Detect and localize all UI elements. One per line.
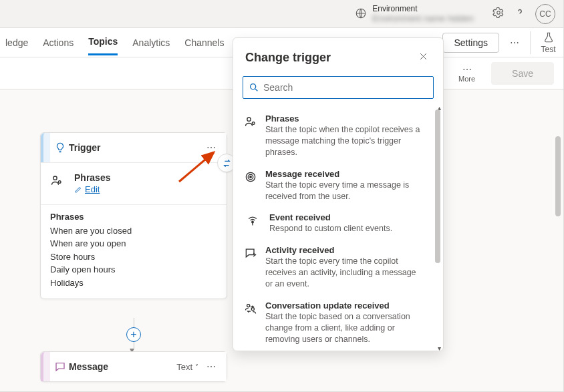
environment-name: Environment name hidden bbox=[372, 13, 474, 24]
svg-point-4 bbox=[251, 84, 256, 89]
trigger-option-event-received[interactable]: Event receivedRespond to custom client e… bbox=[237, 207, 439, 240]
scroll-down-arrow[interactable]: ▾ bbox=[438, 345, 441, 351]
panel-scrollbar[interactable] bbox=[435, 110, 440, 347]
svg-point-5 bbox=[247, 118, 251, 121]
trigger-option-phrases[interactable]: PhrasesStart the topic when the copilot … bbox=[237, 108, 439, 164]
svg-point-2 bbox=[53, 176, 57, 180]
phrase-line: Store hours bbox=[50, 250, 217, 264]
message-node-title: Message bbox=[69, 361, 176, 372]
message-node-header[interactable]: Message Text ˅ ⋯ bbox=[41, 352, 227, 381]
nav-tab-ledge[interactable]: ledge bbox=[5, 31, 28, 55]
option-title: Phrases bbox=[265, 114, 426, 124]
connector-line bbox=[134, 318, 134, 327]
svg-point-1 bbox=[497, 11, 501, 14]
trigger-option-activity-received[interactable]: Activity receivedStart the topic every t… bbox=[237, 240, 439, 295]
trigger-node-header[interactable]: Trigger ⋯ bbox=[41, 133, 227, 162]
chevron-down-icon: ˅ bbox=[195, 363, 198, 371]
svg-point-9 bbox=[250, 176, 252, 178]
settings-gear-button[interactable] bbox=[492, 7, 505, 21]
person-phrase-icon bbox=[50, 172, 66, 196]
nav-tab-channels[interactable]: Channels bbox=[184, 31, 224, 55]
message-node[interactable]: Message Text ˅ ⋯ bbox=[40, 351, 227, 382]
gear-icon bbox=[492, 7, 505, 19]
change-trigger-panel: Change trigger ▴ PhrasesStart the topic … bbox=[233, 37, 444, 351]
flask-icon bbox=[543, 31, 555, 43]
option-title: Event received bbox=[269, 212, 392, 222]
trigger-phrases-card[interactable]: Phrases Edit bbox=[41, 163, 227, 205]
question-icon bbox=[514, 7, 526, 19]
message-node-menu[interactable]: ⋯ bbox=[202, 361, 219, 372]
trigger-option-invoke-received[interactable]: Invoke receivedRespond to advanced input… bbox=[237, 351, 439, 351]
tabs-overflow-button[interactable]: ⋯ bbox=[506, 33, 523, 52]
option-title: Conversation update received bbox=[265, 301, 426, 311]
option-title: Activity received bbox=[265, 245, 426, 255]
svg-point-12 bbox=[251, 308, 254, 311]
lightbulb-icon bbox=[51, 142, 69, 154]
edit-phrases-link[interactable]: Edit bbox=[74, 184, 100, 194]
phrase-line: When are you closed bbox=[50, 224, 217, 238]
option-desc: Start the topic based on a conversation … bbox=[265, 311, 426, 345]
trigger-node-menu[interactable]: ⋯ bbox=[204, 142, 219, 153]
trigger-option-message-received[interactable]: Message receivedStart the topic every ti… bbox=[237, 164, 439, 208]
phrases-preview: Phrases When are you closedWhen are you … bbox=[41, 205, 227, 299]
search-icon bbox=[249, 82, 259, 93]
antenna-icon bbox=[244, 212, 261, 234]
close-icon bbox=[418, 51, 428, 61]
nav-tab-actions[interactable]: Actions bbox=[43, 31, 74, 55]
trigger-subcard-title: Phrases bbox=[74, 172, 110, 183]
help-button[interactable] bbox=[514, 7, 526, 21]
user-avatar[interactable]: CC bbox=[535, 4, 555, 24]
message-type-dropdown[interactable]: Text ˅ bbox=[176, 362, 198, 372]
svg-point-11 bbox=[247, 305, 250, 307]
option-desc: Start the topic every time the copilot r… bbox=[265, 256, 426, 290]
trigger-node-title: Trigger bbox=[69, 142, 204, 153]
chat-arrow-icon bbox=[244, 245, 257, 290]
save-button[interactable]: Save bbox=[491, 62, 554, 85]
trigger-option-conversation-update-received[interactable]: Conversation update receivedStart the to… bbox=[237, 295, 439, 351]
trigger-node[interactable]: Trigger ⋯ Phrases Edit bbox=[40, 132, 227, 299]
pencil-icon bbox=[74, 186, 82, 194]
option-title: Message received bbox=[265, 169, 426, 179]
add-node-button[interactable]: + bbox=[126, 327, 141, 342]
swap-icon bbox=[222, 158, 232, 168]
phrase-line: Daily open hours bbox=[50, 263, 217, 276]
person-phrase-icon bbox=[244, 114, 257, 158]
people-swap-icon bbox=[244, 301, 257, 345]
option-desc: Start the topic when the copilot receive… bbox=[265, 124, 426, 158]
settings-button[interactable]: Settings bbox=[442, 33, 499, 53]
phrase-line: When are you open bbox=[50, 237, 217, 250]
panel-search-input[interactable] bbox=[263, 82, 428, 93]
chat-icon bbox=[51, 361, 69, 373]
phrase-line: Holidays bbox=[50, 276, 217, 290]
option-desc: Respond to custom client events. bbox=[269, 223, 392, 234]
environment-label: Environment bbox=[372, 4, 474, 13]
target-icon bbox=[244, 169, 257, 202]
nav-tab-analytics[interactable]: Analytics bbox=[132, 31, 170, 55]
globe-icon bbox=[355, 7, 367, 19]
toolbar-more-button[interactable]: ⋯ More bbox=[458, 64, 475, 83]
panel-title: Change trigger bbox=[245, 51, 416, 65]
app-topbar: Environment Environment name hidden CC bbox=[0, 0, 563, 28]
trigger-options-list: ▴ PhrasesStart the topic when the copilo… bbox=[233, 106, 443, 351]
test-button[interactable]: Test bbox=[530, 31, 558, 54]
panel-close-button[interactable] bbox=[416, 49, 431, 67]
canvas-scrollbar[interactable] bbox=[554, 136, 562, 390]
nav-tab-topics[interactable]: Topics bbox=[88, 29, 118, 55]
environment-picker[interactable]: Environment Environment name hidden bbox=[355, 4, 474, 24]
option-desc: Start the topic every time a message is … bbox=[265, 180, 426, 202]
panel-search-box[interactable] bbox=[243, 76, 434, 99]
phrases-heading: Phrases bbox=[50, 212, 217, 222]
